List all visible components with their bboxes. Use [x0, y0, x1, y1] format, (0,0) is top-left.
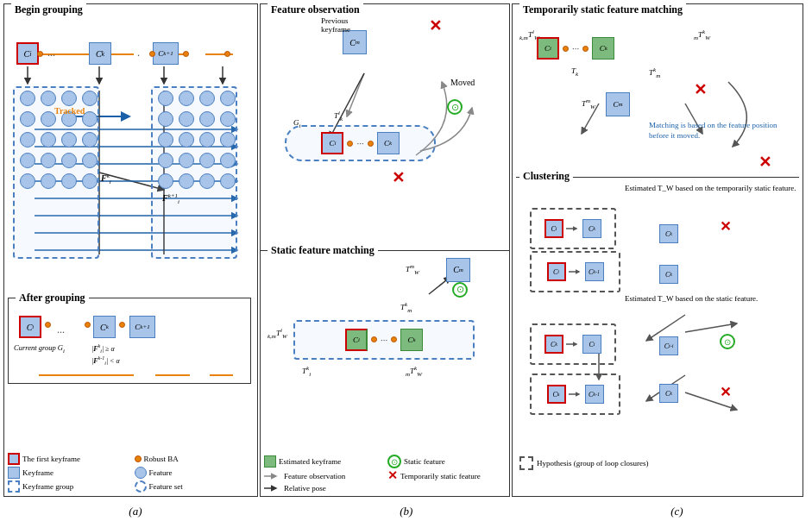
- legend-a-item-6: Feature set: [135, 480, 255, 493]
- dot-c-2: [582, 46, 589, 52]
- feat-r12: [220, 132, 236, 148]
- c-top-row: Ci ··· Ck: [537, 37, 614, 60]
- dot-gi-2: [368, 141, 374, 147]
- cluster-note-1: Estimated T_W based on the temporarily s…: [625, 184, 797, 194]
- cluster-group-3: Ck Ci: [530, 323, 616, 365]
- cond1-label: |Fki| ≥ α: [91, 343, 115, 354]
- feat-15: [61, 153, 77, 168]
- feat-13: [20, 153, 35, 168]
- tki-label: Tik: [334, 110, 343, 122]
- panel-c: Temporarily static feature matching: [512, 3, 803, 497]
- dots-2: ·: [137, 49, 140, 62]
- matching-note: Matching is based on the feature positio…: [649, 121, 796, 141]
- feat-5: [20, 111, 35, 127]
- feat-r18: [179, 173, 194, 189]
- ci-c-top: Ci: [537, 37, 559, 60]
- after-grouping-title: After grouping: [16, 292, 89, 304]
- legend-a-item-2: Robust BA: [135, 453, 255, 465]
- ck-c-top: Ck: [592, 37, 614, 60]
- ci-gi: Ci: [321, 132, 343, 154]
- prev-kf-label: Previouskeyframe: [321, 16, 350, 34]
- panel-b: Feature observation: [260, 3, 510, 497]
- tmk-label: Tkm: [400, 301, 412, 314]
- ck-after: Ck: [93, 316, 116, 338]
- node-ck1-top: Ck+1: [153, 42, 179, 65]
- feat-17: [20, 173, 35, 189]
- hypothesis-legend: Hypothesis (group of loop closures): [519, 456, 648, 470]
- legend-a-item-1: The first keyframe: [8, 453, 128, 465]
- ck-cl3: Ck: [544, 335, 563, 354]
- twm-label: TmW: [406, 263, 419, 276]
- feat-14: [41, 153, 56, 168]
- feat-r2: [179, 91, 194, 106]
- moved-label: Moved: [450, 78, 475, 87]
- cg-label: Current group Gi: [14, 343, 65, 355]
- orange-dot-1: [37, 51, 43, 57]
- ci-cl1: Ci: [544, 219, 563, 238]
- green-check-1: ⊙: [447, 99, 463, 115]
- main-container: Begin grouping: [0, 0, 812, 500]
- red-x-c: ✕: [694, 80, 707, 99]
- ci-after: Ci: [19, 316, 41, 338]
- legend-b-1: Estimated keyframe: [264, 455, 382, 468]
- dot-after-3: [119, 322, 125, 328]
- clustering-label: Clustering: [519, 170, 573, 183]
- feat-r9: [158, 132, 173, 148]
- feat-r5: [158, 111, 173, 127]
- red-x-1: ✕: [429, 16, 442, 35]
- fik1-label: Fk+1i: [162, 192, 179, 205]
- cm-node: Cm: [343, 30, 367, 54]
- green-check-cl3: ⊙: [720, 334, 735, 349]
- after-grouping-panel: After grouping Ci ··· Ck Ck+1 Current gr…: [8, 298, 251, 384]
- legend-a-item-4: Feature: [135, 467, 255, 479]
- feat-r17: [158, 173, 173, 189]
- orange-dot-3: [183, 51, 189, 57]
- feat-r1: [158, 91, 173, 106]
- twm-c-label: TmW: [582, 97, 595, 110]
- feat-r20: [220, 173, 236, 189]
- c-mtwk: mTkW: [694, 28, 710, 41]
- mtwk-label: mTkW: [406, 365, 422, 378]
- legend-a: The first keyframe Robust BA Keyframe Fe…: [8, 453, 254, 493]
- ci2-cl3: Ci: [582, 335, 601, 354]
- tracked-label: Tracked: [54, 106, 85, 116]
- feat-r11: [199, 132, 215, 148]
- ci-static: Ci: [345, 329, 368, 351]
- cluster-group-2: Ci Ck-1: [530, 251, 620, 292]
- ck-static: Ck: [400, 329, 423, 351]
- feat-4: [82, 91, 98, 106]
- ck-gi: Ck: [377, 132, 400, 154]
- tk-label: Tk: [571, 66, 578, 78]
- cluster-note-2: Estimated T_W based on the static featur…: [625, 294, 797, 304]
- gi-label: Gi: [293, 118, 300, 129]
- feat-10: [41, 132, 56, 148]
- cm-static: Cm: [446, 258, 470, 282]
- ci-cl2: Ci: [547, 262, 566, 281]
- cluster-group-1: Ci Ck: [530, 208, 616, 249]
- ck1-cl4: Ck-1: [585, 385, 604, 404]
- caption-c: (c): [670, 505, 683, 518]
- legend-b-2: ⊙ Static feature: [387, 455, 506, 468]
- red-x-cl1: ✕: [720, 218, 731, 235]
- caption-a: (a): [129, 505, 142, 518]
- ck-right-3: Ct-i: [659, 336, 678, 355]
- feat-18: [41, 173, 56, 189]
- svg-line-31: [685, 323, 737, 332]
- tmk-c-label: Tkm: [649, 66, 660, 79]
- green-check-static: ⊙: [452, 282, 468, 298]
- feat-r15: [199, 153, 215, 168]
- feat-12: [82, 132, 98, 148]
- feat-r14: [179, 153, 194, 168]
- dot-s1: [371, 336, 377, 342]
- cond2-label: |Fk-1i| < α: [91, 355, 120, 366]
- static-group: Ci ··· Ck: [293, 320, 475, 360]
- panel-b-bottom: Static feature matching TmW Cm ⊙ Tkm k,m…: [261, 251, 509, 497]
- red-x-note: ✕: [758, 153, 771, 172]
- kmtwi-label: k,mTiW: [268, 327, 287, 340]
- feat-r8: [220, 111, 236, 127]
- panel-b-bottom-svg: [261, 251, 511, 484]
- legend-b-3: Feature observation: [264, 470, 382, 482]
- feat-r3: [199, 91, 215, 106]
- feat-r19: [199, 173, 215, 189]
- gi-group: Gi Tik Ci ··· Ck: [285, 125, 436, 161]
